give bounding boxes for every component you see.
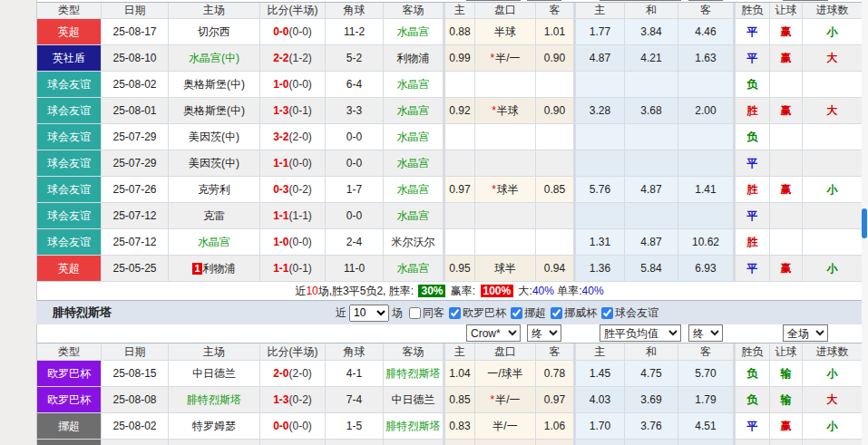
cell-home-team[interactable]: 美因茨(中): [169, 150, 260, 177]
scrollbar-track[interactable]: [862, 0, 868, 445]
scrollbar-thumb[interactable]: [862, 208, 867, 238]
cell-home-team[interactable]: 水晶宫(中): [169, 45, 260, 72]
cell-date: 25-07-29: [102, 124, 169, 150]
away-team-name: 米尔沃尔: [392, 235, 435, 250]
league-filter[interactable]: 挪超: [507, 305, 546, 321]
cell-away-team[interactable]: 水晶宫: [384, 177, 444, 203]
half-score: (0-0): [289, 420, 312, 432]
filter-checkbox[interactable]: [551, 307, 562, 319]
filter-label: 挪威杯: [564, 305, 597, 321]
filter-checkbox[interactable]: [409, 307, 421, 319]
cell-away-win-odds: [678, 124, 734, 150]
cell-away-win-odds: 4.46: [678, 19, 734, 45]
cell-handicap-away-odds: 0.85: [536, 177, 574, 203]
column-header: 客场: [384, 343, 444, 361]
cell-home-team[interactable]: 特罗姆瑟: [169, 413, 260, 440]
column-header: 日期: [102, 3, 169, 19]
line-text: 半球: [494, 24, 516, 40]
cell-away-team[interactable]: 水晶宫: [384, 124, 444, 150]
line-text: 1.01: [544, 25, 565, 38]
cell-corners: 1-7: [326, 177, 384, 203]
column-header: 类型: [37, 343, 102, 361]
odds-mode-select[interactable]: 胜平负均值: [600, 324, 681, 342]
filter-controls: 近 10 场 同客欧罗巴杯挪超挪威杯球会友谊: [336, 301, 658, 324]
cell-date: 25-07-29: [102, 150, 169, 177]
cell-home-team[interactable]: 克雷: [169, 203, 260, 229]
column-header: 日期: [102, 343, 169, 361]
cell-corners: 3-3: [326, 98, 384, 124]
cell-away-team[interactable]: 利物浦: [384, 45, 444, 72]
half-score: (0-0): [289, 157, 312, 169]
cell-win-odds: 1.36: [574, 256, 625, 282]
cell-result: 负: [734, 387, 770, 413]
summary-segment: 40%: [532, 285, 554, 297]
cell-win-odds: 2.05: [574, 440, 625, 445]
cell-home-team[interactable]: 水晶宫: [169, 229, 260, 256]
cell-league-type: 英社盾: [37, 45, 102, 72]
cell-handicap-line: *半/一: [475, 387, 536, 413]
cell-home-team[interactable]: 克劳利: [169, 177, 260, 203]
cell-away-team[interactable]: 水晶宫: [384, 150, 444, 177]
cell-handicap-result: 输: [770, 387, 803, 413]
odds-mode-select[interactable]: 胜平负均值: [600, 0, 681, 1]
cell-corners: 11-2: [326, 19, 384, 45]
period-select[interactable]: 全场: [783, 324, 828, 342]
cell-away-team[interactable]: 斯特罗姆加斯特: [384, 440, 444, 445]
cell-home-team[interactable]: 切尔西: [169, 19, 260, 45]
line-text: 0.85: [449, 393, 470, 406]
league-filter[interactable]: 同客: [405, 305, 444, 321]
filter-checkbox[interactable]: [601, 307, 613, 319]
cell-league-type: 球会友谊: [37, 177, 102, 203]
cell-away-team[interactable]: 水晶宫: [384, 203, 444, 229]
cell-away-team[interactable]: 腓特烈斯塔: [384, 413, 444, 440]
column-header: 比分(半场): [260, 3, 326, 19]
cell-result: 负: [734, 361, 770, 387]
bookmaker-select[interactable]: Crow*: [466, 0, 521, 1]
cell-away-team[interactable]: 水晶宫: [384, 98, 444, 124]
cell-home-team[interactable]: 腓特烈斯塔: [169, 440, 260, 445]
cell-away-team[interactable]: 腓特烈斯塔: [384, 361, 444, 387]
cell-home-team[interactable]: 奥格斯堡(中): [169, 98, 260, 124]
cell-away-team[interactable]: 中日德兰: [384, 387, 444, 413]
cell-away-team[interactable]: 米尔沃尔: [384, 229, 444, 256]
home-team-name: 克劳利: [198, 182, 230, 198]
cell-away-team[interactable]: 水晶宫: [384, 19, 444, 45]
odds-time-select[interactable]: 终: [688, 324, 723, 342]
cell-goals-result: [803, 229, 863, 256]
cell-handicap-line: [475, 203, 536, 229]
cell-handicap-home-odds: 0.88: [444, 19, 475, 45]
league-filter[interactable]: 球会友谊: [598, 305, 658, 321]
cell-away-win-odds: [678, 203, 734, 229]
odds-time-select[interactable]: 终: [688, 0, 723, 1]
cell-corners: 11-0: [326, 256, 384, 282]
cell-home-team[interactable]: 中日德兰: [169, 361, 260, 387]
bookmaker-select[interactable]: Crow*: [466, 324, 521, 342]
cell-home-team[interactable]: 1利物浦: [169, 256, 260, 282]
cell-away-team[interactable]: 水晶宫: [384, 256, 444, 282]
cell-date: 25-08-02: [102, 413, 169, 440]
cell-handicap-home-odds: [444, 203, 475, 229]
handicap-time-select[interactable]: 终: [527, 0, 561, 1]
filter-checkbox[interactable]: [511, 307, 522, 319]
cell-home-team[interactable]: 美因茨(中): [169, 124, 260, 150]
column-header: 胜负: [734, 343, 770, 361]
cell-goals-result: 小: [803, 177, 863, 203]
line-text: 0.78: [544, 367, 565, 380]
cell-handicap-result: [770, 229, 803, 256]
match-row: 挪超25-08-02特罗姆瑟0-0(0-0)1-5腓特烈斯塔0.83半/一1.0…: [37, 413, 862, 440]
away-team-name: 腓特烈斯塔: [386, 366, 441, 382]
cell-home-team[interactable]: 腓特烈斯塔: [169, 387, 260, 413]
full-score: 2-0: [273, 367, 288, 380]
cell-home-team[interactable]: 奥格斯堡(中): [169, 72, 260, 98]
handicap-time-select[interactable]: 终: [527, 324, 561, 342]
near-count-select[interactable]: 10: [349, 305, 389, 322]
cell-result: 胜: [734, 229, 770, 256]
filter-checkbox[interactable]: [449, 307, 461, 319]
cell-away-team[interactable]: 水晶宫: [384, 72, 444, 98]
period-select[interactable]: 全场: [783, 0, 828, 1]
league-filter[interactable]: 挪威杯: [547, 305, 597, 321]
cell-league-type: 英超: [37, 256, 102, 282]
cell-draw-odds: 3.76: [625, 413, 678, 440]
league-filter[interactable]: 欧罗巴杯: [445, 305, 506, 321]
cell-away-win-odds: 3.10: [678, 440, 734, 445]
